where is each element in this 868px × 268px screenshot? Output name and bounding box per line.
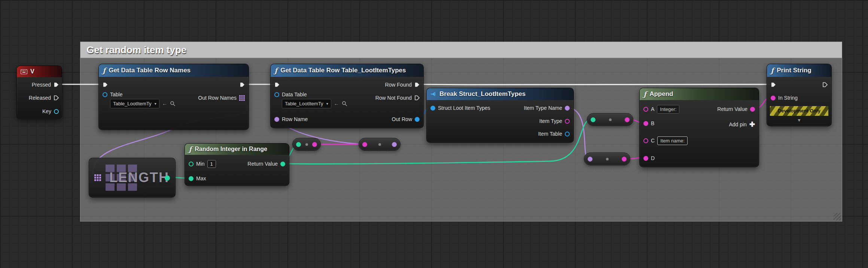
conversion-node-name-to-string[interactable] [584,153,630,165]
node-get-data-table-row-names[interactable]: ƒ Get Data Table Row Names Table Table_L… [98,64,249,130]
return-value-pin[interactable] [280,162,285,166]
exec-out-pin[interactable] [240,82,245,87]
blueprint-graph-canvas[interactable]: Get random item type V Pressed [0,0,868,268]
node-array-length[interactable]: LENGTH [89,158,176,198]
max-pin[interactable] [189,176,194,181]
asset-name: Table_LootItemTy [113,101,152,106]
exec-in-pin[interactable] [103,82,108,87]
input-pin[interactable] [296,142,301,147]
node-title: Append [649,90,673,98]
append-b-pin[interactable] [643,121,648,126]
node-random-integer-in-range[interactable]: ƒ Random Integer in Range Min 1 Max Retu… [185,143,289,186]
keyboard-icon [21,69,27,74]
pin-label-released: Released [29,95,51,101]
pin-label-c: C [651,138,655,144]
output-pin[interactable] [312,142,317,147]
development-only-banner: Development Only [770,106,828,116]
pin-label-item-type: Item Type [539,118,562,124]
exec-in-pin[interactable] [274,82,280,87]
conversion-node-int-to-string[interactable] [292,138,321,151]
pin-label-item-table: Item Table [538,131,562,137]
node-break-struct[interactable]: Break Struct_LootItemTypes Struct Loot I… [426,88,574,143]
output-pin[interactable] [622,157,627,162]
function-icon: ƒ [189,145,192,153]
min-value-input[interactable]: 1 [207,160,216,168]
function-icon: ƒ [274,66,277,75]
pin-label-out-row-names: Out Row Names [198,95,237,101]
chevron-down-icon: ▾ [326,102,328,106]
pin-label-a: A [651,106,654,112]
array-input-pin[interactable] [94,174,101,181]
pin-label-pressed: Pressed [32,82,51,88]
input-pin[interactable] [362,142,367,147]
exec-out-pin[interactable] [822,82,828,87]
node-title: Random Integer in Range [195,146,267,153]
output-pin[interactable] [625,117,630,122]
pin-label-item-type-name: Item Type Name [524,105,562,111]
node-get-data-table-row[interactable]: ƒ Get Data Table Row Table_LootItemTypes… [270,64,424,128]
table-pin[interactable] [103,92,107,97]
function-icon: ƒ [103,66,106,75]
exec-pin-released[interactable] [54,95,59,100]
data-table-pin[interactable] [274,92,279,97]
advanced-expander-icon[interactable]: ▾ [767,117,831,123]
browse-icon[interactable] [342,101,347,106]
item-type-name-pin[interactable] [565,106,570,111]
conversion-node-string-to-name[interactable] [359,138,401,151]
node-print-string[interactable]: ƒ Print String In String Development Onl… [767,64,832,126]
conversion-node-int-to-string-b[interactable] [587,113,633,126]
conversion-glyph [606,158,609,160]
item-type-pin[interactable] [565,119,570,124]
node-title: Get Data Table Row Table_LootItemTypes [280,67,406,74]
key-pin[interactable] [54,109,59,114]
out-row-names-array-pin[interactable] [239,95,245,101]
input-pin[interactable] [588,157,593,162]
add-pin-icon[interactable]: ✚ [749,122,755,127]
length-title: LENGTH [109,170,160,186]
row-not-found-exec-pin[interactable] [414,95,420,100]
browse-icon[interactable] [170,101,176,106]
in-string-pin[interactable] [771,96,776,100]
pin-label-d: D [651,155,655,161]
node-append[interactable]: ƒ Append A Integer: B C Item name: D Ret… [639,88,759,167]
wire-exec-rowfound-to-print [417,84,772,85]
append-d-pin[interactable] [643,156,648,161]
append-c-pin[interactable] [643,138,648,143]
break-struct-icon [430,91,436,97]
min-pin[interactable] [189,162,194,166]
append-return-pin[interactable] [750,107,755,112]
item-table-pin[interactable] [565,132,570,136]
append-a-input[interactable]: Integer: [657,105,679,114]
pin-label-min: Min [196,161,205,167]
append-a-pin[interactable] [643,107,648,112]
exec-in-pin[interactable] [771,82,776,87]
row-name-pin[interactable] [274,117,279,122]
pin-label-row-not-found: Row Not Found [375,95,412,101]
pin-label-b: B [651,120,654,126]
conversion-glyph [378,143,381,146]
node-title: Break Struct_LootItemTypes [439,90,526,98]
pin-label-row-found: Row Found [385,82,412,88]
row-found-exec-pin[interactable] [414,82,420,87]
input-pin[interactable] [591,117,596,122]
use-selected-icon[interactable]: ← [162,100,167,106]
length-output-pin[interactable] [165,175,170,181]
append-c-input[interactable]: Item name: [657,136,688,145]
output-pin[interactable] [392,142,397,147]
function-icon: ƒ [771,66,774,75]
add-pin-label: Add pin [729,121,746,127]
conversion-glyph [609,118,612,121]
pin-label-data-table: Data Table [282,91,307,97]
node-title: Print String [777,67,811,74]
node-input-key-v[interactable]: V Pressed Released Key [16,66,62,119]
pin-label-in-string: In String [778,95,798,101]
table-asset-dropdown[interactable]: Table_LootItemTy ▾ [110,99,159,108]
conversion-glyph [305,143,308,146]
pin-label-table: Table [110,91,122,97]
data-table-asset-dropdown[interactable]: Table_LootItemTy ▾ [282,99,331,108]
exec-pin-pressed[interactable] [54,82,59,87]
use-selected-icon[interactable]: ← [334,100,339,106]
struct-input-pin[interactable] [430,106,435,111]
pin-label-struct-input: Struct Loot Item Types [438,105,490,111]
out-row-pin[interactable] [415,117,420,122]
